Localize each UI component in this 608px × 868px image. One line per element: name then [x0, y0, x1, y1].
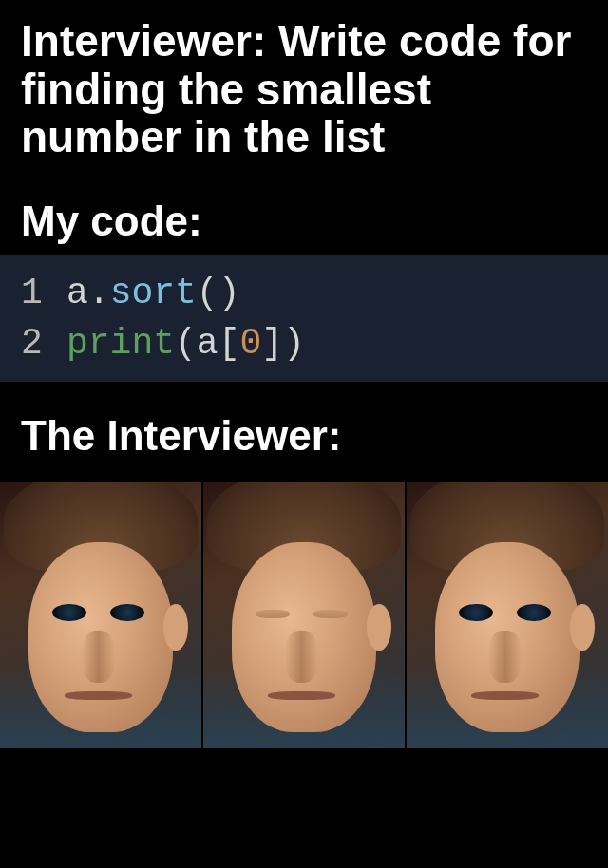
- code-token: sort: [110, 273, 197, 313]
- caption-top-text: Interviewer: Write code for finding the …: [21, 17, 587, 161]
- eye-open-icon: [52, 604, 86, 621]
- code-token: 0: [239, 323, 261, 364]
- code-token: a: [66, 273, 88, 313]
- reaction-panel-1: [0, 482, 201, 748]
- reaction-panel-3: [407, 482, 608, 748]
- line-number: 1: [21, 268, 66, 318]
- caption-mycode-label: My code:: [21, 198, 587, 245]
- face-icon: [203, 482, 405, 748]
- face-icon: [0, 482, 201, 748]
- code-line: 2print(a[0]): [21, 318, 587, 368]
- line-number: 2: [21, 318, 66, 368]
- code-block: 1a.sort()2print(a[0]): [0, 255, 608, 382]
- caption-interviewer-label: The Interviewer:: [21, 412, 587, 460]
- eye-closed-icon: [256, 610, 290, 618]
- eye-open-icon: [517, 604, 551, 621]
- code-token: (): [197, 273, 240, 313]
- code-content: a.sort(): [66, 268, 239, 318]
- code-token: print: [66, 323, 175, 364]
- code-token: ]): [261, 323, 305, 364]
- code-line: 1a.sort(): [21, 268, 587, 318]
- eye-open-icon: [459, 604, 493, 621]
- reaction-image-row: [0, 482, 608, 748]
- code-token: .: [88, 273, 110, 313]
- code-token: (a[: [175, 323, 239, 364]
- eye-open-icon: [110, 604, 144, 621]
- meme-container: Interviewer: Write code for finding the …: [0, 0, 608, 868]
- code-content: print(a[0]): [66, 318, 305, 368]
- face-icon: [407, 482, 608, 748]
- reaction-panel-2: [203, 482, 405, 748]
- eye-closed-icon: [314, 610, 348, 618]
